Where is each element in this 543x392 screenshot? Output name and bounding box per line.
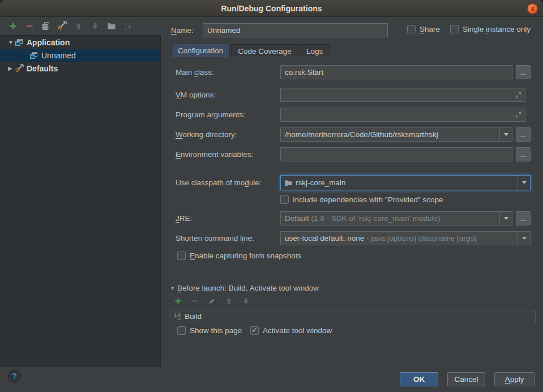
arrow-down-icon: [91, 22, 100, 33]
checkbox-box[interactable]: [250, 326, 259, 335]
svg-text:a: a: [125, 22, 127, 26]
chevron-right-icon[interactable]: ▶: [8, 65, 15, 71]
before-launch-move-up-button[interactable]: [224, 297, 234, 307]
chevron-down-icon: [504, 133, 508, 136]
show-this-page-checkbox[interactable]: Show this page: [177, 326, 242, 335]
checkbox-box[interactable]: [450, 25, 459, 33]
title-bar[interactable]: Run/Debug Configurations x: [0, 0, 543, 17]
capture-snapshots-checkbox[interactable]: Enable capturing form snapshots: [177, 252, 301, 260]
jre-combo[interactable]: Default (1.8 - SDK of 'rskj-core_main' m…: [280, 211, 512, 225]
chevron-down-icon[interactable]: ▼: [8, 39, 15, 45]
svg-text:z: z: [125, 26, 127, 30]
close-icon: x: [531, 5, 535, 12]
single-instance-checkbox[interactable]: Single instance only: [450, 25, 531, 33]
provided-scope-checkbox[interactable]: Include dependencies with "Provided" sco…: [280, 195, 443, 204]
add-icon: [174, 297, 182, 308]
tree-item-label: Defaults: [27, 64, 58, 73]
tree-item-application[interactable]: ▼ Application: [0, 36, 160, 49]
checkbox-box[interactable]: [280, 195, 289, 204]
add-configuration-button[interactable]: [8, 22, 18, 32]
move-up-button[interactable]: [74, 22, 83, 32]
help-button[interactable]: ?: [8, 370, 21, 383]
move-down-button[interactable]: [90, 22, 100, 32]
module-classpath-combo[interactable]: rskj-core_main: [280, 175, 531, 190]
before-launch-task-build[interactable]: 011001 Build: [170, 310, 536, 322]
shorten-command-line-combo[interactable]: user-local default: none - java [options…: [280, 231, 531, 245]
remove-configuration-button[interactable]: [24, 22, 34, 32]
wrench-gear-icon: [57, 21, 67, 33]
ellipsis-icon: ...: [520, 132, 527, 138]
single-instance-label: Single instance only: [463, 25, 531, 33]
run-debug-configurations-dialog: Run/Debug Configurations x az ▼ Applicat…: [0, 0, 543, 392]
apply-button[interactable]: Apply: [494, 372, 535, 386]
main-class-browse-button[interactable]: ...: [516, 65, 531, 79]
new-folder-button[interactable]: [106, 22, 116, 32]
working-directory-dropdown-button[interactable]: [499, 128, 512, 141]
environment-variables-input[interactable]: [280, 147, 512, 161]
copy-configuration-button[interactable]: [41, 22, 50, 32]
share-checkbox[interactable]: Share: [407, 25, 440, 33]
tree-item-defaults[interactable]: ▶ Defaults: [0, 62, 160, 75]
edit-defaults-button[interactable]: [57, 22, 67, 32]
working-directory-combo[interactable]: /home/meriherrera/Code/Github/rsksmart/r…: [280, 127, 512, 142]
expand-field-icon[interactable]: [515, 111, 522, 118]
program-arguments-input[interactable]: [280, 108, 525, 122]
vm-options-label: VM options:: [176, 91, 216, 99]
checkbox-box[interactable]: [407, 25, 416, 33]
shorten-dropdown-button[interactable]: [518, 232, 530, 245]
shorten-command-line-value: user-local default: none - java [options…: [281, 234, 518, 242]
tab-configuration[interactable]: Configuration: [171, 44, 230, 57]
module-icon: [284, 178, 293, 187]
before-launch-label: Before launch: Build, Activate tool wind…: [177, 284, 319, 292]
checkbox-box[interactable]: [177, 326, 186, 335]
ellipsis-icon: ...: [520, 70, 527, 75]
tree-item-unnamed[interactable]: Unnamed: [0, 49, 160, 62]
before-launch-add-button[interactable]: [173, 297, 183, 307]
chevron-down-icon: [522, 181, 527, 184]
before-launch-remove-button[interactable]: [190, 297, 200, 307]
add-icon: [8, 22, 18, 33]
name-label: Name:: [171, 26, 194, 35]
before-launch-move-down-button[interactable]: [241, 297, 251, 307]
expand-field-icon[interactable]: [515, 91, 522, 99]
chevron-down-icon: [504, 217, 508, 220]
copy-icon: [41, 22, 50, 33]
working-directory-label: Working directory:: [176, 130, 237, 139]
environment-variables-label: Environment variables:: [176, 150, 253, 159]
chevron-down-icon[interactable]: ▾: [171, 285, 174, 291]
cancel-label: Cancel: [454, 375, 478, 384]
module-classpath-dropdown-button[interactable]: [518, 176, 530, 190]
folder-icon: [107, 22, 116, 33]
capture-snapshots-label: Enable capturing form snapshots: [190, 252, 301, 260]
task-label: Build: [185, 312, 202, 321]
before-launch-edit-button[interactable]: [207, 297, 217, 307]
tab-code-coverage[interactable]: Code Coverage: [231, 44, 298, 57]
close-window-button[interactable]: x: [527, 3, 538, 14]
before-launch-section-header[interactable]: ▾ Before launch: Build, Activate tool wi…: [171, 284, 536, 292]
cancel-button[interactable]: Cancel: [447, 372, 485, 386]
provided-scope-label: Include dependencies with "Provided" sco…: [293, 195, 443, 204]
environment-variables-browse-button[interactable]: ...: [516, 147, 531, 161]
share-label: Share: [420, 25, 440, 33]
program-arguments-label: Program arguments:: [176, 110, 245, 119]
activate-tool-window-checkbox[interactable]: Activate tool window: [250, 326, 332, 335]
arrow-down-icon: [242, 297, 250, 308]
ok-button[interactable]: OK: [400, 372, 438, 386]
section-divider: [327, 288, 536, 288]
name-input[interactable]: Unnamed: [203, 23, 388, 37]
main-class-input[interactable]: co.rsk.Start: [280, 65, 512, 79]
module-classpath-label: Use classpath of module:: [176, 178, 262, 187]
tab-bar: Configuration Code Coverage Logs: [171, 44, 330, 57]
working-directory-browse-button[interactable]: ...: [516, 127, 531, 142]
vm-options-input[interactable]: [280, 88, 525, 102]
checkbox-box[interactable]: [177, 252, 186, 260]
shorten-command-line-label: Shorten command line:: [176, 234, 254, 242]
window-title: Run/Debug Configurations: [0, 0, 543, 17]
apply-label: Apply: [505, 375, 524, 384]
jre-browse-button[interactable]: ...: [516, 211, 531, 225]
tab-logs[interactable]: Logs: [300, 44, 330, 57]
ok-label: OK: [413, 375, 425, 384]
jre-dropdown-button[interactable]: [499, 212, 512, 225]
application-icon: [29, 51, 39, 60]
sort-configurations-button[interactable]: az: [123, 22, 132, 32]
